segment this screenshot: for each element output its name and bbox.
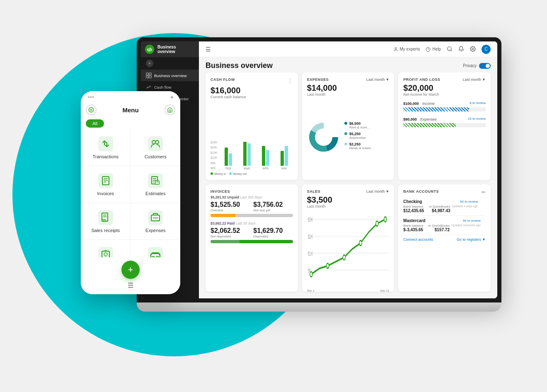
hamburger-icon[interactable]: ☰ (206, 46, 211, 53)
sales-period: Last month ▼ (366, 189, 389, 194)
my-experts-button[interactable]: My experts (393, 47, 420, 52)
income-review-link[interactable]: 8 to review (470, 101, 486, 105)
expenses-donut-chart (307, 121, 340, 154)
search-icon[interactable] (447, 46, 453, 53)
laptop-base (137, 302, 501, 312)
expenses-amount: $14,000 (307, 83, 390, 92)
bank-accounts-title: BANK ACCOUNTS (403, 189, 439, 194)
phone-fab-button[interactable]: + (121, 261, 140, 279)
phone-grid-item-mileage[interactable]: Mileage (131, 240, 181, 257)
expenses-review-link[interactable]: 15 to review (468, 117, 486, 121)
phone-settings-icon[interactable] (86, 104, 97, 115)
deposited-progress-bar (211, 240, 293, 243)
sales-amount: $3,500 (307, 195, 390, 204)
invoices-card: INVOICES $5,281.52 Unpaid Last 365 days … (206, 184, 298, 292)
phone-hamburger-icon[interactable]: ☰ (128, 281, 133, 289)
transactions-label: Transactions (92, 154, 119, 159)
phone-grid-item-expenses[interactable]: Expenses (131, 203, 181, 240)
help-button[interactable]: Help (426, 47, 441, 52)
svg-rect-1 (98, 136, 113, 151)
page-header: Business overview Privacy (199, 57, 497, 73)
svg-point-63 (359, 240, 362, 245)
mastercard-review-link[interactable]: 94 to review (463, 219, 481, 223)
phone-grid-item-invoices[interactable]: Invoices (81, 166, 131, 203)
sidebar-expand-button[interactable]: + (146, 60, 153, 67)
privacy-toggle[interactable]: Privacy (463, 63, 491, 69)
invoices-icon (98, 173, 114, 189)
svg-rect-28 (104, 250, 107, 252)
filter-all-button[interactable]: All (86, 119, 104, 128)
sales-x-labels: Mar 2 Mar 31 (307, 289, 390, 292)
bank-accounts-card: BANK ACCOUNTS ✏ Checking 94 to review (398, 184, 491, 292)
expenses-card: EXPENSES Last month ▼ $14,000 Last month (302, 73, 395, 180)
svg-rect-5 (98, 173, 113, 188)
laptop: qb Business overview + Business overview (137, 37, 501, 327)
sidebar-header: qb Business overview (141, 41, 199, 57)
invoices-title: INVOICES (211, 189, 230, 194)
sales-card: SALES Last month ▼ $3,500 Last month (302, 184, 395, 292)
cash-flow-subtitle: Current cash balance (211, 95, 293, 99)
phone-grid-item-customers[interactable]: Customers (131, 129, 181, 166)
svg-text:$3K: $3K (308, 216, 313, 223)
svg-rect-33 (146, 73, 148, 75)
svg-point-0 (90, 109, 92, 111)
svg-point-62 (343, 255, 345, 260)
svg-point-55 (315, 129, 332, 145)
expenses-legend: $6,500 Rent & mort... $5,250 Auto (344, 121, 390, 152)
svg-rect-35 (146, 76, 148, 78)
svg-text:$1K: $1K (308, 250, 313, 256)
svg-rect-22 (148, 210, 163, 225)
customers-icon (148, 136, 163, 152)
svg-point-46 (395, 47, 397, 49)
bank-accounts-edit-icon[interactable]: ✏ (482, 189, 486, 195)
svg-rect-2 (148, 136, 163, 151)
svg-text:$0: $0 (308, 267, 311, 273)
connect-accounts-link[interactable]: Connect accounts (403, 237, 433, 242)
customers-label: Customers (145, 154, 167, 159)
go-to-registers-link[interactable]: Go to registers ▼ (457, 237, 486, 242)
svg-point-51 (472, 48, 474, 50)
pnl-subtitle: Net income for March (403, 92, 486, 97)
phone-grid-item-receipt-snap[interactable]: Receipt snap (81, 240, 131, 257)
cash-flow-title: CASH FLOW (211, 77, 235, 82)
phone-status-bar: ●●● ◉ (81, 91, 180, 103)
expenses-icon (148, 210, 163, 225)
sales-title: SALES (307, 189, 321, 194)
user-avatar[interactable]: C (482, 45, 491, 54)
dashboard-grid: CASH FLOW ⋮ $16,000 Current cash balance… (199, 73, 497, 298)
pnl-title: PROFIT AND LOSS (403, 77, 440, 82)
phone-menu-grid: Transactions Customers (81, 129, 180, 257)
top-bar: ☰ My experts (199, 41, 497, 57)
page-title: Business overview (206, 61, 273, 70)
phone-grid-item-sales-receipts[interactable]: Sales receipts (81, 203, 131, 240)
expenses-period: Last month ▼ (366, 77, 389, 82)
svg-rect-18 (98, 210, 113, 225)
mobile-phone: ●●● ◉ Menu All (81, 91, 180, 294)
phone-bottom-bar: + ☰ (81, 257, 180, 294)
svg-point-65 (384, 217, 386, 222)
svg-line-50 (451, 50, 452, 51)
estimates-icon (148, 173, 163, 189)
settings-icon[interactable] (470, 46, 476, 53)
invoices-label: Invoices (97, 191, 114, 196)
sales-chart-svg: $3K $2K $1K $0 (307, 211, 390, 287)
phone-home-icon[interactable] (165, 104, 175, 115)
main-content: ☰ My experts (199, 41, 497, 298)
phone-menu-title: Menu (122, 106, 138, 114)
sidebar-item-business-overview[interactable]: Business overview (141, 70, 199, 81)
svg-point-61 (326, 263, 329, 268)
phone-grid-item-transactions[interactable]: Transactions (81, 129, 131, 166)
qb-logo: qb (145, 45, 154, 54)
pnl-amount: $20,000 (403, 83, 486, 92)
bank-accounts-footer: Connect accounts Go to registers ▼ (403, 237, 486, 242)
notifications-icon[interactable] (458, 46, 464, 53)
cash-flow-menu[interactable]: ⋮ (287, 77, 293, 84)
phone-grid-item-estimates[interactable]: Estimates (131, 166, 181, 203)
expenses-subtitle: Last month (307, 92, 390, 97)
checking-review-link[interactable]: 94 to review (460, 200, 478, 203)
cash-flow-card: CASH FLOW ⋮ $16,000 Current cash balance… (206, 73, 298, 180)
estimates-label: Estimates (145, 191, 165, 196)
sales-receipts-icon (98, 210, 114, 225)
cash-flow-amount: $16,000 (211, 86, 293, 95)
overdue-progress-bar (211, 214, 293, 217)
